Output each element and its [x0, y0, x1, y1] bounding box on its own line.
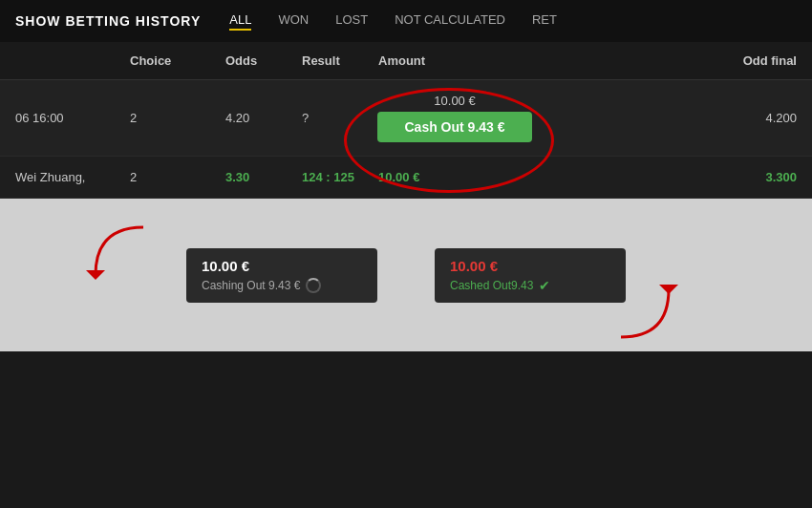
col-header-empty [531, 53, 701, 68]
tab-not-calculated[interactable]: NOT CALCULATED [395, 12, 505, 31]
table-row: 06 16:00 2 4.20 ? 10.00 € Cash Out 9.43 … [0, 80, 812, 157]
table-header: Choice Odds Result Amount Odd final [0, 42, 812, 80]
spinner-icon [306, 278, 321, 293]
arrow-right-icon [611, 280, 688, 347]
cell-result-2: 124 : 125 [302, 170, 378, 184]
cell-result-1: ? [302, 111, 378, 125]
page-title: SHOW BETTING HISTORY [15, 13, 201, 29]
cell-odds-1: 4.20 [225, 111, 302, 125]
table-row: Wei Zhuang, 2 3.30 124 : 125 10.00 € 3.3… [0, 157, 812, 199]
arrow-left-icon [76, 218, 153, 285]
cell-date-1: 06 16:00 [15, 111, 130, 125]
cell-date-2: Wei Zhuang, [15, 170, 130, 184]
svg-marker-1 [659, 285, 678, 294]
bottom-area: 10.00 € Cashing Out 9.43 € 10.00 € Cashe… [0, 199, 812, 351]
card2-sub: Cashed Out9.43 ✔ [450, 278, 610, 293]
cell-choice-2: 2 [130, 170, 225, 184]
cashout-button[interactable]: Cash Out 9.43 € [377, 112, 531, 142]
mini-card-cashed-out: 10.00 € Cashed Out9.43 ✔ [435, 248, 626, 303]
cell-amount-2: 10.00 € [378, 170, 531, 184]
tab-all[interactable]: ALL [229, 12, 251, 31]
col-header-result: Result [302, 53, 378, 68]
tab-ret[interactable]: RET [532, 12, 557, 31]
main-content: Choice Odds Result Amount Odd final 06 1… [0, 42, 812, 199]
cell-odds-2: 3.30 [225, 170, 302, 184]
col-header-date [15, 53, 130, 68]
check-icon: ✔ [539, 278, 550, 293]
cell-odd-final-2: 3.300 [701, 170, 797, 184]
col-header-odd-final: Odd final [701, 53, 797, 68]
col-header-odds: Odds [225, 53, 302, 68]
cell-odd-final-1: 4.200 [701, 111, 797, 125]
top-nav: SHOW BETTING HISTORY ALL WON LOST NOT CA… [0, 0, 812, 42]
tab-won[interactable]: WON [278, 12, 309, 31]
card1-amount: 10.00 € [202, 258, 362, 274]
mini-card-cashing-out: 10.00 € Cashing Out 9.43 € [186, 248, 377, 303]
svg-marker-0 [86, 270, 105, 280]
amount-1: 10.00 € [434, 94, 475, 108]
col-header-amount: Amount [378, 53, 531, 68]
cell-choice-1: 2 [130, 111, 225, 125]
card1-sub: Cashing Out 9.43 € [202, 278, 362, 293]
cashout-area: 10.00 € Cash Out 9.43 € [378, 94, 531, 142]
card2-amount: 10.00 € [450, 258, 610, 274]
tab-lost[interactable]: LOST [335, 12, 368, 31]
nav-tabs: ALL WON LOST NOT CALCULATED RET [229, 12, 557, 31]
col-header-choice: Choice [130, 53, 225, 68]
